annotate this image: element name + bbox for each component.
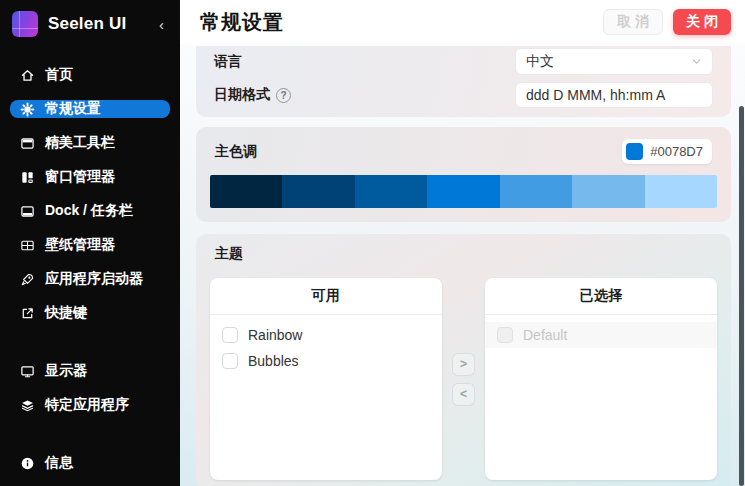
theme-item-label: Bubbles [248,353,299,369]
cancel-button[interactable]: 取 消 [603,9,663,35]
sidebar-item-general-settings[interactable]: 常规设置 [10,100,170,118]
selected-themes-list: Default [485,315,717,355]
sidebar-item-information[interactable]: 信息 [10,454,170,472]
sidebar-item-label: 特定应用程序 [45,396,129,414]
vertical-scrollbar[interactable] [739,106,744,486]
selected-themes-title: 已选择 [485,278,717,315]
main-area: 常规设置 取 消 关 闭 语言 中文 日期格式 [180,0,745,486]
move-left-button[interactable]: < [452,383,475,406]
sidebar-item-shortcuts[interactable]: 快捷键 [10,304,170,322]
palette-shade [282,175,354,208]
theme-item-label: Default [523,327,567,343]
sidebar-item-label: 显示器 [45,362,87,380]
theme-item-default: Default [485,322,717,348]
sidebar-item-home[interactable]: 首页 [10,66,170,84]
date-format-label-text: 日期格式 [214,86,270,104]
date-format-input[interactable] [515,82,713,108]
general-card: 语言 中文 日期格式 ? [196,46,731,117]
palette-shade [572,175,644,208]
info-icon [19,455,35,471]
move-right-button[interactable]: > [452,353,475,376]
sidebar: Seelen UI ‹ 首页 常规设置 精美工具栏 窗口管 [0,0,180,486]
language-label: 语言 [214,53,242,71]
selected-themes-panel: 已选择 Default [485,278,717,480]
language-select-value: 中文 [526,53,554,71]
language-select[interactable]: 中文 [515,48,713,75]
accent-palette-strip [210,175,717,208]
sidebar-item-monitors[interactable]: 显示器 [10,362,170,380]
date-format-label: 日期格式 ? [214,86,291,104]
external-link-icon [19,305,35,321]
app-window: Seelen UI ‹ 首页 常规设置 精美工具栏 窗口管 [0,0,745,486]
available-themes-list: Rainbow Bubbles [210,315,442,381]
layers-icon [19,397,35,413]
accent-color-label: 主色调 [215,143,257,161]
sidebar-item-app-launcher[interactable]: 应用程序启动器 [10,270,170,288]
wallpaper-icon [19,237,35,253]
theme-item-rainbow[interactable]: Rainbow [210,322,442,348]
monitor-icon [19,363,35,379]
sidebar-item-label: 精美工具栏 [45,134,115,152]
settings-scroll-area: 语言 中文 日期格式 ? [180,44,745,486]
sidebar-item-window-manager[interactable]: 窗口管理器 [10,168,170,186]
palette-shade [355,175,427,208]
app-title: Seelen UI [48,14,145,34]
transfer-buttons: > < [442,278,485,480]
checkbox-icon[interactable] [222,353,238,369]
available-themes-title: 可用 [210,278,442,315]
sidebar-item-label: 快捷键 [45,304,87,322]
accent-color-picker[interactable]: #0078D7 [622,139,712,164]
palette-shade [645,175,717,208]
date-format-row: 日期格式 ? [214,82,713,108]
logo-row: Seelen UI ‹ [10,8,170,47]
checkbox-icon [497,327,513,343]
checkbox-icon[interactable] [222,327,238,343]
palette-shade [500,175,572,208]
sidebar-item-label: 首页 [45,66,73,84]
sidebar-item-label: 窗口管理器 [45,168,115,186]
sidebar-item-dock-taskbar[interactable]: Dock / 任务栏 [10,202,170,220]
window-manager-icon [19,169,35,185]
home-icon [19,67,35,83]
sidebar-item-label: 应用程序启动器 [45,270,143,288]
sidebar-item-wallpaper-manager[interactable]: 壁纸管理器 [10,236,170,254]
sidebar-item-fancy-toolbar[interactable]: 精美工具栏 [10,134,170,152]
available-themes-panel: 可用 Rainbow Bubbles [210,278,442,480]
palette-shade [210,175,282,208]
theme-item-bubbles[interactable]: Bubbles [210,348,442,374]
toolbar-icon [19,135,35,151]
close-button[interactable]: 关 闭 [673,9,731,35]
rocket-icon [19,271,35,287]
theme-item-label: Rainbow [248,327,302,343]
page-title: 常规设置 [200,9,603,36]
accent-color-card: 主色调 #0078D7 [196,127,731,222]
sidebar-item-label: 常规设置 [45,100,101,118]
accent-color-swatch [626,143,643,160]
sidebar-item-label: Dock / 任务栏 [45,202,133,220]
palette-shade [427,175,499,208]
chevron-down-icon [691,54,702,70]
gear-icon [19,101,35,117]
help-icon[interactable]: ? [276,88,291,103]
theme-label: 主题 [215,245,717,263]
accent-color-hex: #0078D7 [650,144,703,159]
theme-transfer: 可用 Rainbow Bubbles [210,278,717,480]
theme-card: 主题 可用 Rainbow Bubbles [196,234,731,486]
dock-icon [19,203,35,219]
sidebar-item-specific-apps[interactable]: 特定应用程序 [10,396,170,414]
sidebar-collapse-button[interactable]: ‹ [155,15,168,34]
sidebar-item-label: 壁纸管理器 [45,236,115,254]
sidebar-item-label: 信息 [45,454,73,472]
seelen-logo [12,11,38,37]
page-header: 常规设置 取 消 关 闭 [180,0,745,44]
accent-color-row: 主色调 #0078D7 [210,139,717,164]
language-row: 语言 中文 [214,48,713,75]
